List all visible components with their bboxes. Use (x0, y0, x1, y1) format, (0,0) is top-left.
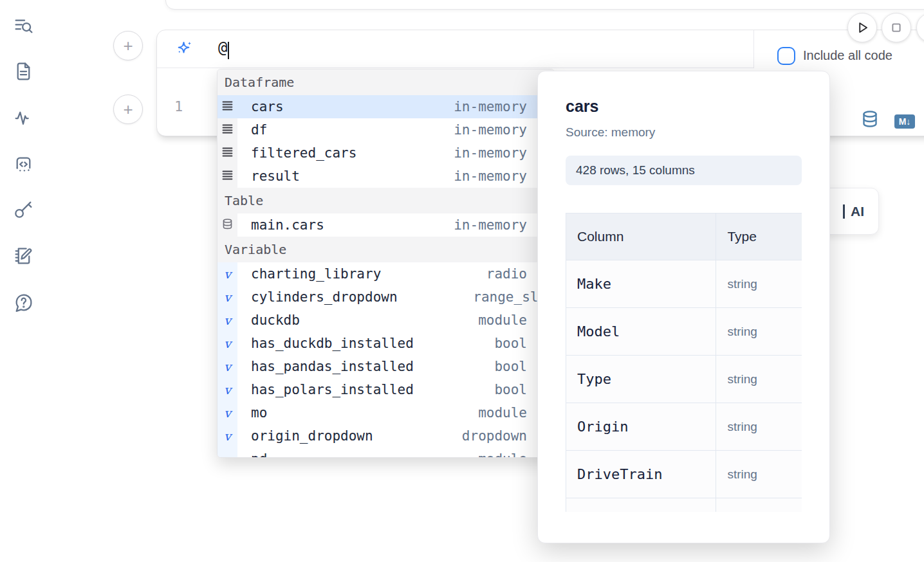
schema-table: Column Type MakestringModelstringTypestr… (566, 213, 802, 512)
sidebar (0, 0, 46, 562)
autocomplete-dropdown: Dataframecarsin-memorydfin-memoryfiltere… (217, 69, 555, 458)
column-name: DriveTrain (566, 451, 716, 498)
notebook-pen-icon[interactable] (13, 245, 34, 266)
item-name: cars (251, 99, 284, 114)
autocomplete-item-cylinders_dropdown[interactable]: vcylinders_dropdownrange_slider (217, 286, 554, 309)
variable-icon: v (217, 355, 237, 378)
table-row: Typestring (566, 356, 802, 403)
ai-prompt-input[interactable]: @ (157, 30, 753, 68)
schema-header-type: Type (716, 213, 802, 260)
schema-header-column: Column (566, 213, 716, 260)
item-name: charting_library (251, 266, 381, 282)
item-name: cylinders_dropdown (251, 289, 398, 305)
popup-title: cars (566, 97, 802, 116)
item-name: has_pandas_installed (251, 359, 414, 374)
code-cell-icon[interactable] (13, 154, 34, 175)
list-search-icon[interactable] (13, 15, 34, 37)
autocomplete-item-df[interactable]: dfin-memory (217, 118, 554, 141)
variable-icon: v (217, 262, 237, 286)
item-name: mo (251, 405, 267, 421)
help-icon[interactable] (13, 292, 34, 313)
play-icon (853, 18, 872, 37)
prompt-text: @ (218, 39, 227, 57)
item-name: origin_dropdown (251, 428, 373, 444)
variable-icon: v (217, 424, 237, 448)
autocomplete-item-filtered_cars[interactable]: filtered_carsin-memory (217, 141, 554, 165)
autocomplete-section-header: Variable (217, 237, 554, 262)
item-name: has_polars_installed (251, 382, 414, 397)
add-cell-button-top[interactable]: + (113, 31, 143, 60)
autocomplete-item-pd[interactable]: vpdmodule (217, 448, 554, 458)
item-name: filtered_cars (251, 145, 356, 161)
stop-icon (887, 18, 906, 37)
clipped-text-fragment (843, 204, 845, 219)
column-name: Origin (566, 403, 716, 451)
column-type: string (716, 451, 802, 498)
autocomplete-item-origin_dropdown[interactable]: vorigin_dropdowndropdown (217, 424, 554, 448)
line-number: 1 (174, 98, 183, 114)
shape-badge: 428 rows, 15 columns (566, 156, 802, 185)
item-name: df (251, 122, 267, 138)
autocomplete-item-duckdb[interactable]: vduckdbmodule (217, 309, 554, 332)
table-row: Makestring (566, 260, 802, 308)
run-cell-button[interactable] (847, 13, 877, 42)
variable-icon: v (217, 286, 237, 309)
autocomplete-item-result[interactable]: resultin-memory (217, 165, 554, 188)
ai-button-label: AI (851, 204, 864, 219)
variable-icon: v (217, 448, 237, 458)
include-all-code-checkbox[interactable] (777, 47, 795, 65)
stop-button[interactable] (882, 13, 911, 42)
item-name: pd (251, 451, 267, 458)
item-name: duckdb (251, 313, 300, 328)
table-row-partial (566, 498, 802, 512)
autocomplete-item-main.cars[interactable]: main.carsin-memory (217, 213, 554, 237)
item-name: main.cars (251, 217, 324, 233)
autocomplete-item-has_polars_installed[interactable]: vhas_polars_installedbool (217, 378, 554, 401)
key-icon[interactable] (13, 199, 34, 220)
autocomplete-section-header: Table (217, 188, 554, 213)
column-type: string (716, 403, 802, 451)
autocomplete-item-has_duckdb_installed[interactable]: vhas_duckdb_installedbool (217, 332, 554, 355)
add-cell-button-bottom[interactable]: + (113, 95, 143, 124)
previous-cell-edge (165, 0, 924, 10)
markdown-icon[interactable]: M↓ (894, 114, 915, 129)
column-name: Make (566, 260, 716, 308)
table-row: DriveTrainstring (566, 451, 802, 498)
sparkles-ai-icon (175, 40, 194, 59)
column-type: string (716, 356, 802, 403)
variable-icon: v (217, 401, 237, 424)
column-name: Model (566, 308, 716, 356)
item-name: has_duckdb_installed (251, 336, 414, 351)
table-row: Originstring (566, 403, 802, 451)
include-all-code-label: Include all code (803, 46, 892, 65)
rows-icon (217, 165, 237, 188)
column-type: string (716, 260, 802, 308)
dataframe-preview-popup: cars Source: memory 428 rows, 15 columns… (537, 71, 830, 543)
column-name: Type (566, 356, 716, 403)
variable-icon: v (217, 378, 237, 401)
column-type: string (716, 308, 802, 356)
database-language-icon[interactable] (861, 110, 879, 131)
table-row: Modelstring (566, 308, 802, 356)
variable-icon: v (217, 332, 237, 355)
autocomplete-section-header: Dataframe (217, 69, 554, 95)
item-name: result (251, 168, 300, 184)
rows-icon (217, 141, 237, 165)
text-caret (228, 42, 229, 59)
database-icon (217, 213, 237, 237)
schema-table-wrap: Column Type MakestringModelstringTypestr… (566, 213, 802, 512)
file-text-icon[interactable] (13, 60, 34, 82)
autocomplete-item-mo[interactable]: vmomodule (217, 401, 554, 424)
variable-icon: v (217, 309, 237, 332)
activity-icon[interactable] (13, 107, 34, 129)
rows-icon (217, 95, 237, 118)
popup-source: Source: memory (566, 125, 802, 140)
autocomplete-item-has_pandas_installed[interactable]: vhas_pandas_installedbool (217, 355, 554, 378)
autocomplete-item-cars[interactable]: carsin-memory (217, 95, 554, 118)
autocomplete-item-charting_library[interactable]: vcharting_libraryradio (217, 262, 554, 286)
rows-icon (217, 118, 237, 141)
